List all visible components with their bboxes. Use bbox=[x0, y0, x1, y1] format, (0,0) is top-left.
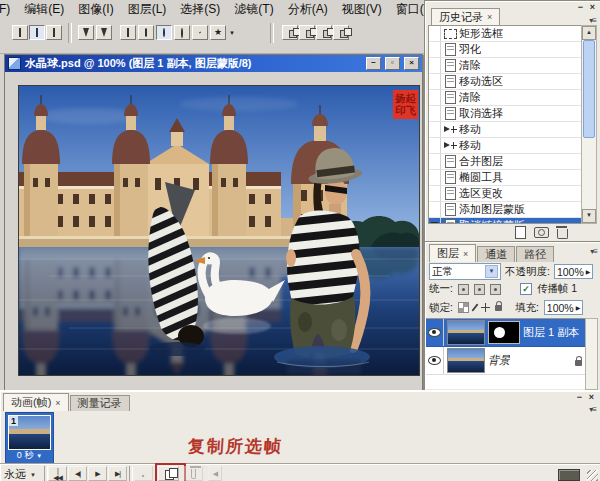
history-state-row[interactable]: 矩形选框 bbox=[429, 26, 581, 42]
layer-thumbnail[interactable] bbox=[447, 320, 485, 345]
minimize-button[interactable]: − bbox=[366, 57, 381, 70]
delete-frame-button[interactable] bbox=[184, 466, 203, 481]
new-snapshot-icon[interactable] bbox=[534, 227, 549, 238]
intersect-shape-button[interactable] bbox=[316, 25, 332, 40]
history-scrollbar[interactable]: ▲ ▼ bbox=[581, 25, 597, 224]
history-state-row[interactable]: 移动选区 bbox=[429, 74, 581, 90]
layer-mask-thumbnail[interactable] bbox=[488, 321, 520, 344]
animation-panel-menu-icon[interactable]: ▾≡ bbox=[589, 405, 596, 414]
shape-layers-button[interactable] bbox=[12, 25, 28, 40]
history-tab[interactable]: 历史记录 × bbox=[431, 8, 500, 25]
canvas-image[interactable]: 扬起 印飞 bbox=[18, 85, 420, 376]
tween-frames-button[interactable] bbox=[134, 466, 153, 481]
history-brush-source-cell[interactable] bbox=[429, 58, 441, 73]
panel-tab[interactable]: 动画(帧) × bbox=[3, 393, 69, 411]
document-titlebar[interactable]: 水晶球.psd @ 100% (图层 1 副本, 图层蒙版/8) − ▫ × bbox=[5, 55, 422, 72]
animation-frame-1[interactable]: 1 0 秒 ▼ bbox=[5, 412, 54, 464]
history-brush-source-cell[interactable] bbox=[429, 154, 441, 169]
convert-to-timeline-button[interactable] bbox=[558, 469, 580, 481]
history-state-row[interactable]: 添加图层蒙版 bbox=[429, 202, 581, 218]
history-state-row[interactable]: 取消选择 bbox=[429, 106, 581, 122]
delete-state-icon[interactable] bbox=[557, 229, 568, 239]
history-state-row[interactable]: 合并图层 bbox=[429, 154, 581, 170]
play-button[interactable]: ▶ bbox=[88, 466, 107, 481]
history-brush-source-cell[interactable] bbox=[429, 26, 441, 41]
custom-shape-tool-button[interactable]: ★ bbox=[210, 25, 226, 40]
history-state-row[interactable]: 羽化 bbox=[429, 42, 581, 58]
panel-close-button[interactable]: × bbox=[590, 3, 595, 12]
freeform-pen-button[interactable] bbox=[96, 25, 112, 40]
blend-mode-select[interactable]: 正常 ▼ bbox=[429, 263, 501, 280]
layer-visibility-cell[interactable] bbox=[426, 347, 444, 374]
new-document-from-state-icon[interactable] bbox=[515, 226, 526, 239]
frame-scroll-left-button[interactable]: ◀ bbox=[208, 466, 222, 481]
panel-tab[interactable]: 测量记录 × bbox=[70, 395, 130, 411]
unify-style-icon[interactable] bbox=[490, 284, 501, 295]
menu-item[interactable]: 选择(S) bbox=[173, 0, 227, 18]
history-state-row[interactable]: 选区更改 bbox=[429, 186, 581, 202]
shape-options-dropdown[interactable]: ▼ bbox=[229, 30, 235, 36]
menu-item[interactable]: 编辑(E) bbox=[17, 0, 71, 18]
next-frame-button[interactable]: ▶| bbox=[108, 466, 127, 481]
history-state-row[interactable]: 清除 bbox=[429, 58, 581, 74]
history-brush-source-cell[interactable] bbox=[429, 90, 441, 105]
panel-tab[interactable]: 图层 × bbox=[429, 244, 476, 262]
fill-input[interactable]: 100% ▶ bbox=[544, 300, 583, 315]
panel-tab[interactable]: 通道 × bbox=[477, 246, 515, 262]
layers-panel-menu-icon[interactable]: ▾≡ bbox=[590, 247, 597, 256]
ellipse-tool-button[interactable] bbox=[156, 25, 172, 40]
layers-scrollbar[interactable] bbox=[585, 318, 598, 390]
scrollbar-thumb[interactable] bbox=[583, 40, 595, 138]
menu-item[interactable]: 视图(V) bbox=[335, 0, 389, 18]
unify-visibility-icon[interactable] bbox=[474, 284, 485, 295]
history-state-row[interactable]: 取消链接蒙版 bbox=[429, 218, 581, 224]
lock-transparency-icon[interactable] bbox=[458, 302, 469, 313]
maximize-button[interactable]: ▫ bbox=[385, 57, 400, 70]
panel-minimize-button[interactable]: − bbox=[577, 393, 582, 402]
tab-close-icon[interactable]: × bbox=[55, 398, 60, 408]
exclude-shape-button[interactable] bbox=[333, 25, 349, 40]
duplicate-selected-frames-button[interactable] bbox=[158, 466, 179, 481]
history-brush-source-cell[interactable] bbox=[429, 170, 441, 185]
history-panel-menu-icon[interactable]: ▾≡ bbox=[589, 16, 596, 25]
frame-delay-select[interactable]: 0 秒 ▼ bbox=[6, 449, 53, 462]
lock-all-icon[interactable] bbox=[495, 305, 502, 311]
layer-thumbnail[interactable] bbox=[447, 348, 485, 373]
paths-mode-button[interactable] bbox=[29, 25, 45, 40]
rounded-rectangle-tool-button[interactable] bbox=[138, 25, 154, 40]
panel-close-button[interactable]: × bbox=[589, 393, 594, 402]
propagate-frame-checkbox[interactable]: ✓ bbox=[520, 283, 532, 295]
close-button[interactable]: × bbox=[404, 57, 419, 70]
polygon-tool-button[interactable] bbox=[174, 25, 190, 40]
history-state-row[interactable]: 清除 bbox=[429, 90, 581, 106]
loop-option-select[interactable]: 永远 ▼ bbox=[4, 467, 36, 481]
history-state-row[interactable]: 移动 bbox=[429, 122, 581, 138]
unify-position-icon[interactable] bbox=[458, 284, 469, 295]
history-brush-source-cell[interactable] bbox=[429, 74, 441, 89]
menu-item[interactable]: 图像(I) bbox=[71, 0, 120, 18]
图层 1 副本-button[interactable]: 图层 1 副本 bbox=[426, 319, 586, 347]
fill-pixels-button[interactable] bbox=[46, 25, 62, 40]
history-brush-source-cell[interactable] bbox=[429, 122, 441, 137]
subtract-from-shape-button[interactable] bbox=[299, 25, 315, 40]
menu-item[interactable]: 图层(L) bbox=[121, 0, 174, 18]
lock-pixels-icon[interactable] bbox=[471, 303, 478, 311]
history-brush-source-cell[interactable] bbox=[429, 218, 441, 224]
opacity-input[interactable]: 100% ▶ bbox=[554, 264, 593, 279]
menu-item[interactable]: 文件(F) bbox=[0, 0, 17, 18]
fill-spinner-icon[interactable]: ▶ bbox=[576, 304, 581, 311]
first-frame-button[interactable]: |◀◀ bbox=[48, 466, 67, 481]
history-brush-source-cell[interactable] bbox=[429, 186, 441, 201]
背景-button[interactable]: 背景 bbox=[426, 347, 586, 375]
history-brush-source-cell[interactable] bbox=[429, 202, 441, 217]
rectangle-tool-button[interactable] bbox=[120, 25, 136, 40]
line-tool-button[interactable] bbox=[192, 25, 208, 40]
menu-item[interactable]: 滤镜(T) bbox=[227, 0, 280, 18]
history-state-row[interactable]: 移动 bbox=[429, 138, 581, 154]
tab-close-icon[interactable]: × bbox=[487, 12, 492, 22]
scroll-up-icon[interactable]: ▲ bbox=[582, 26, 596, 40]
previous-frame-button[interactable]: ◀| bbox=[68, 466, 87, 481]
tab-close-icon[interactable]: × bbox=[463, 249, 468, 259]
layer-visibility-cell[interactable] bbox=[426, 319, 444, 346]
menu-item[interactable]: 分析(A) bbox=[281, 0, 335, 18]
